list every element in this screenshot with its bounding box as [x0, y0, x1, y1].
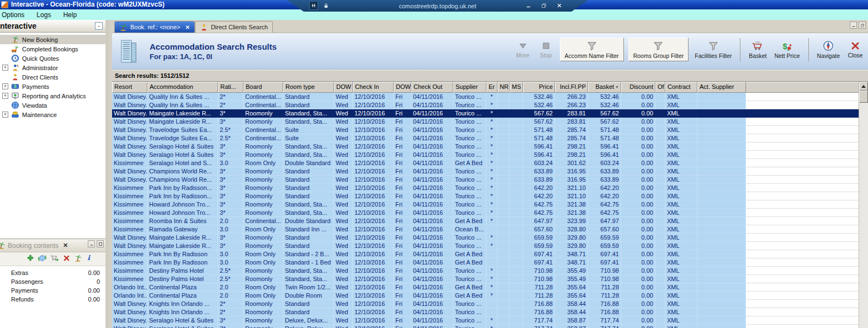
- table-row[interactable]: Walt Disney...Champions World Re...3*Roo…: [112, 167, 859, 176]
- table-row[interactable]: KissimmeeHoward Johnson Tro...3*Roomonly…: [112, 200, 859, 209]
- table-row[interactable]: Walt Disney...Travelodge Suites Ea...2.5…: [112, 134, 859, 142]
- table-row[interactable]: KissimmeePark Inn By Radisson3.0Room Onl…: [112, 250, 859, 258]
- table-row[interactable]: Walt Disney...Seralago Hotel & Suites3*R…: [112, 142, 859, 151]
- booking-panel-close-icon[interactable]: ✕: [63, 242, 68, 249]
- table-row[interactable]: Walt Disney...Maingate Lakeside R...3*Ro…: [112, 118, 859, 126]
- sidebar-item-reporting-and-analytics[interactable]: +Reporting and Analytics: [0, 91, 105, 100]
- column-header-act-supplier[interactable]: Act. Supplier: [697, 82, 746, 93]
- menu-item-options[interactable]: Options: [0, 10, 30, 20]
- table-row[interactable]: KissimmeeDestiny Palms Hotel2.5*Roomonly…: [112, 275, 859, 283]
- booking-toolbar-add-button[interactable]: [27, 254, 34, 264]
- booking-toolbar-info-button[interactable]: i: [86, 254, 91, 264]
- table-row[interactable]: Walt Disney...Knights Inn Orlando ...2*R…: [112, 308, 859, 316]
- accomm-name-filter-button[interactable]: Accomm Name Filter: [560, 38, 624, 61]
- table-row[interactable]: Walt Disney...Seralago Hotel & Suites3*R…: [112, 325, 859, 328]
- sidebar-item-maintenance[interactable]: +Maintenance: [0, 110, 105, 119]
- column-header-er[interactable]: Er: [486, 82, 497, 93]
- sidebar-item-viewdata[interactable]: Viewdata: [0, 100, 105, 110]
- column-header-price[interactable]: Price: [523, 82, 555, 93]
- close-button[interactable]: Close: [846, 40, 865, 60]
- column-header-nr[interactable]: NR: [497, 82, 510, 93]
- column-header-check-out[interactable]: Check Out: [411, 82, 453, 93]
- stop-button[interactable]: Stop: [537, 40, 555, 60]
- more-button[interactable]: More: [514, 40, 532, 60]
- cell-basket: 697.41: [588, 258, 621, 267]
- sidebar-collapse-button[interactable]: -: [95, 22, 103, 30]
- column-header-resort[interactable]: Resort: [112, 82, 147, 93]
- column-header-basket[interactable]: Basket▼: [588, 82, 621, 93]
- tab-book-ref-none-[interactable]: Book. ref.: <none>✕: [114, 21, 195, 33]
- table-row[interactable]: Walt Disney...Knights Inn Orlando ...2*R…: [112, 300, 859, 308]
- rooms-group-filter-button[interactable]: Rooms Group Filter: [628, 38, 689, 61]
- table-row[interactable]: KissimmeePark Inn by Radisson...3*Roomon…: [112, 184, 859, 192]
- column-header-dow[interactable]: DOW: [394, 82, 411, 93]
- expand-plus-icon[interactable]: +: [2, 83, 8, 89]
- navigate-button[interactable]: Navigate: [816, 39, 841, 60]
- sidebar-item-direct-clients[interactable]: Direct Clients: [0, 72, 105, 82]
- table-row[interactable]: Walt Disney...Quality Inn & Suites ...2*…: [112, 101, 859, 109]
- sidebar-item-administrator[interactable]: +Administrator: [0, 63, 105, 72]
- sidebar-item-quick-quotes[interactable]: Quick Quotes: [0, 54, 105, 63]
- cell-check-in: 12/10/2016: [353, 167, 394, 176]
- table-row[interactable]: Orlando Int...Continental Plaza2.0Room O…: [112, 292, 859, 300]
- scrollbar-thumb[interactable]: [859, 91, 868, 103]
- column-header-discount[interactable]: Discount: [621, 82, 655, 93]
- booking-panel-titlebar[interactable]: Booking contents ✕: [0, 239, 105, 252]
- table-row[interactable]: KissimmeeHoward Johnson Tro...3*Roomonly…: [112, 209, 859, 217]
- menu-item-logs[interactable]: Logs: [30, 10, 57, 20]
- column-header-contract[interactable]: Contract: [665, 82, 697, 93]
- booking-toolbar-cart-go-button[interactable]: [50, 254, 59, 264]
- booking-panel-minimize-button[interactable]: [88, 240, 95, 247]
- booking-toolbar-delete-button[interactable]: [63, 254, 70, 264]
- rdp-restore-button[interactable]: [539, 1, 548, 10]
- column-header-incl-fl-pp[interactable]: Incl.Fl.PP: [555, 82, 588, 93]
- table-row[interactable]: Walt Disney...Seralago Hotel & Suites3*R…: [112, 316, 859, 325]
- table-row[interactable]: Walt Disney...Maingate Lakeside R...3*Ro…: [112, 109, 859, 118]
- expand-plus-icon[interactable]: +: [2, 93, 8, 99]
- nett-price-button[interactable]: $Nett Price: [772, 39, 801, 60]
- table-row[interactable]: Walt Disney...Seralago Hotel & Suites3*R…: [112, 151, 859, 159]
- tab-close-icon[interactable]: ✕: [186, 24, 190, 30]
- table-row[interactable]: KissimmeeRoomba Inn & Suites2.0Continent…: [112, 217, 859, 225]
- column-header-rati-[interactable]: Rati...: [218, 82, 244, 93]
- table-row[interactable]: KissimmeeDestiny Palms Hotel2.5*Roomonly…: [112, 267, 859, 275]
- column-header-dow[interactable]: DOW: [334, 82, 353, 93]
- menu-item-help[interactable]: Help: [57, 10, 83, 20]
- scrollbar-up-button[interactable]: [859, 82, 868, 91]
- sidebar-item-completed-bookings[interactable]: Completed Bookings: [0, 44, 105, 54]
- table-row[interactable]: Orlando Int...Continental Plaza2.0Room O…: [112, 283, 859, 292]
- table-row[interactable]: KissimmeeSeralago Hotel and S...3.0Room …: [112, 159, 859, 167]
- table-row[interactable]: Walt Disney...Maingate Lakeside R...3*Ro…: [112, 234, 859, 242]
- table-row[interactable]: KissimmeeRamada Gateway3.0Room OnlyStand…: [112, 225, 859, 234]
- table-row[interactable]: Walt Disney...Champions World Re...3*Roo…: [112, 176, 859, 184]
- expand-plus-icon[interactable]: +: [2, 112, 8, 118]
- cell-dow: Wed: [334, 126, 353, 134]
- column-header-ms[interactable]: MS: [510, 82, 523, 93]
- booking-toolbar-refresh-button[interactable]: [38, 254, 46, 264]
- column-header-check-in[interactable]: Check In: [353, 82, 394, 93]
- column-header-accommodation[interactable]: Accommodation: [147, 82, 218, 93]
- facilities-filter-button[interactable]: Facilities Filter: [693, 39, 733, 60]
- rdp-minimize-button[interactable]: [524, 1, 533, 10]
- cell-incl-fl-pp: 285.74: [555, 126, 588, 134]
- column-header-room-type[interactable]: Room type: [283, 82, 334, 93]
- sidebar-item-new-booking[interactable]: New Booking: [0, 35, 105, 44]
- sidebar-item-payments[interactable]: +$Payments: [0, 82, 105, 91]
- table-row[interactable]: Walt Disney...Travelodge Suites Ea...2.5…: [112, 126, 859, 134]
- table-row[interactable]: Walt Disney...Quality Inn & Suites ...2*…: [112, 93, 859, 101]
- basket-button[interactable]: Basket: [747, 39, 768, 60]
- mdi-minimize-button[interactable]: [850, 22, 857, 29]
- mdi-restore-button[interactable]: [859, 22, 866, 29]
- rdp-close-button[interactable]: [555, 1, 564, 10]
- column-header-supplier[interactable]: Supplier: [453, 82, 486, 93]
- expand-plus-icon[interactable]: +: [2, 65, 8, 71]
- table-row[interactable]: KissimmeePark Inn by Radisson...3*Roomon…: [112, 192, 859, 200]
- column-header-of[interactable]: Of: [655, 82, 665, 93]
- column-header-board[interactable]: Board: [244, 82, 283, 93]
- vertical-scrollbar[interactable]: [859, 82, 868, 328]
- table-row[interactable]: Walt Disney...Maingate Lakeside R...3*Ro…: [112, 242, 859, 250]
- booking-toolbar-palm-button[interactable]: [74, 254, 82, 264]
- tab-direct-clients-search[interactable]: Direct Clients Search: [195, 21, 273, 33]
- table-row[interactable]: KissimmeePark Inn By Radisson3.0Room Onl…: [112, 258, 859, 267]
- booking-panel-maximize-button[interactable]: [97, 240, 104, 247]
